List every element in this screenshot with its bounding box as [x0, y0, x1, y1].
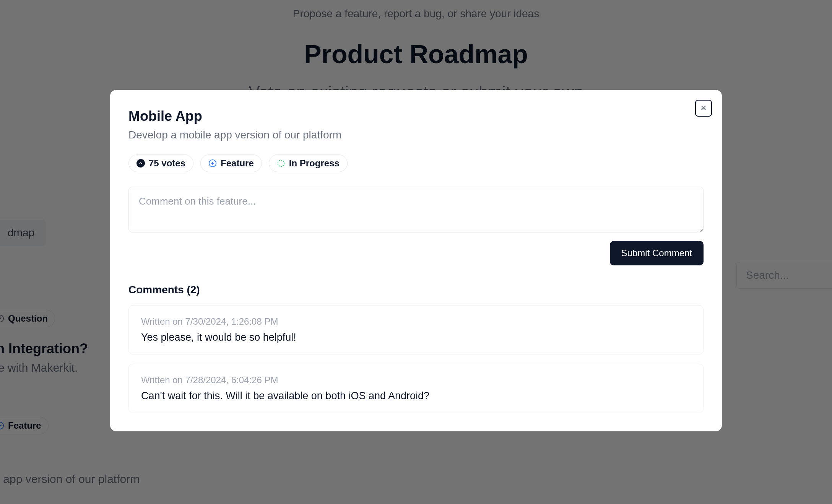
- comment-timestamp: Written on 7/28/2024, 6:04:26 PM: [141, 375, 691, 385]
- close-icon: [700, 104, 707, 113]
- plus-circle-icon: [208, 159, 217, 167]
- submit-comment-button[interactable]: Submit Comment: [610, 241, 704, 265]
- comment-input[interactable]: [128, 187, 704, 232]
- comment-body: Can't wait for this. Will it be availabl…: [141, 390, 691, 402]
- comment-item: Written on 7/30/2024, 1:26:08 PM Yes ple…: [128, 305, 704, 354]
- modal-subtitle: Develop a mobile app version of our plat…: [128, 129, 704, 141]
- type-label: Feature: [221, 158, 254, 169]
- progress-icon: [277, 159, 285, 167]
- badge-row: 75 votes Feature: [128, 154, 704, 172]
- status-label: In Progress: [289, 158, 340, 169]
- comment-body: Yes please, it would be so helpful!: [141, 332, 691, 343]
- votes-label: 75 votes: [149, 158, 185, 169]
- chevron-up-icon: [136, 159, 145, 167]
- modal-title: Mobile App: [128, 108, 704, 124]
- close-button[interactable]: [695, 100, 712, 117]
- type-badge: Feature: [200, 154, 262, 172]
- comment-timestamp: Written on 7/30/2024, 1:26:08 PM: [141, 316, 691, 327]
- status-badge: In Progress: [269, 154, 348, 172]
- svg-point-10: [278, 160, 284, 167]
- modal-overlay[interactable]: Mobile App Develop a mobile app version …: [0, 0, 832, 504]
- comment-item: Written on 7/28/2024, 6:04:26 PM Can't w…: [128, 364, 704, 413]
- votes-badge[interactable]: 75 votes: [128, 154, 193, 172]
- comments-heading: Comments (2): [128, 284, 704, 296]
- feature-detail-modal: Mobile App Develop a mobile app version …: [110, 90, 722, 431]
